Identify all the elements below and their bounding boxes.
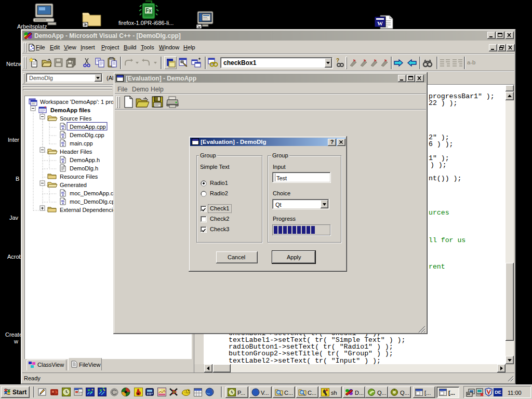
svg-text:?: ? <box>336 58 339 63</box>
svg-text:W: W <box>377 20 383 26</box>
svg-text:Fx: Fx <box>145 8 152 14</box>
